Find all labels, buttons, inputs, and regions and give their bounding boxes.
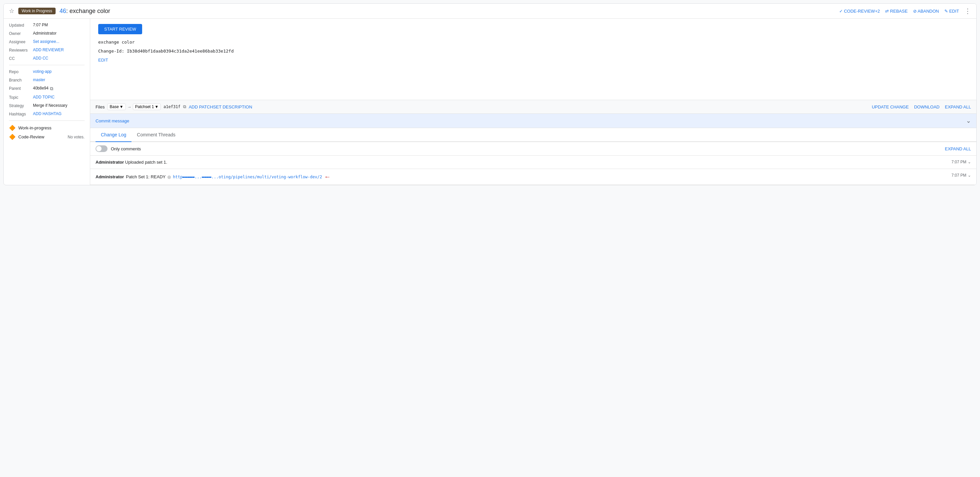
owner-value: Administrator xyxy=(33,31,57,36)
code-review-votes: No votes. xyxy=(68,135,84,139)
sidebar-topic: Topic ADD TOPIC xyxy=(9,95,84,100)
red-arrow-icon: ← xyxy=(324,173,331,181)
header-actions: ✓ CODE-REVIEW+2 ⇄ REBASE ⊘ ABANDON ✎ EDI… xyxy=(839,7,971,15)
repo-link[interactable]: voting-app xyxy=(33,69,52,74)
log-expand-all-link[interactable]: EXPAND ALL xyxy=(945,146,971,151)
updated-value: 7:07 PM xyxy=(33,23,48,27)
files-actions: UPDATE CHANGE DOWNLOAD EXPAND ALL xyxy=(872,105,971,109)
sidebar-repo: Repo voting-app xyxy=(9,69,84,74)
label-code-review: 🔶 Code-Review No votes. xyxy=(9,134,84,140)
start-review-button[interactable]: START REVIEW xyxy=(98,24,142,34)
updated-label: Updated xyxy=(9,23,33,28)
sidebar-assignee: Assignee Set assignee... xyxy=(9,39,84,44)
files-title: Files xyxy=(95,105,105,109)
add-patchset-desc-link[interactable]: ADD PATCHSET DESCRIPTION xyxy=(189,105,252,109)
commit-message-link[interactable]: Commit message xyxy=(95,119,129,124)
activity-row-2: Administrator Patch Set 1: READY ◎ http▬… xyxy=(90,169,976,185)
change-title: 46: exchange color xyxy=(60,8,110,15)
code-review-label-name: Code-Review xyxy=(18,135,44,139)
patchset-arrow-icon: → xyxy=(127,105,132,109)
only-comments-row: Only comments EXPAND ALL xyxy=(90,142,976,156)
sidebar-strategy: Strategy Merge if Necessary xyxy=(9,103,84,108)
edit-button[interactable]: ✎ EDIT xyxy=(944,9,959,14)
only-comments-toggle[interactable] xyxy=(95,145,108,152)
sidebar-branch: Branch master xyxy=(9,78,84,82)
sidebar-cc: CC ADD CC xyxy=(9,56,84,61)
activity-text-2: Patch Set 1: READY xyxy=(126,174,165,179)
strategy-value: Merge if Necessary xyxy=(33,103,67,108)
parent-label: Parent xyxy=(9,86,33,91)
star-icon[interactable]: ☆ xyxy=(9,7,14,15)
more-options-icon[interactable]: ⋮ xyxy=(964,7,971,15)
cc-label: CC xyxy=(9,56,33,61)
base-patchset-btn[interactable]: Base ▼ xyxy=(107,103,126,110)
activity-row-1: Administrator Uploaded patch set 1. 7:07… xyxy=(90,156,976,169)
change-number-link[interactable]: 46 xyxy=(60,8,66,14)
copy-hash-icon[interactable]: ⧉ xyxy=(183,104,186,109)
strategy-label: Strategy xyxy=(9,103,33,108)
sidebar: Updated 7:07 PM Owner Administrator Assi… xyxy=(4,19,90,185)
activity-content-2: Administrator Patch Set 1: READY ◎ http▬… xyxy=(95,173,951,181)
owner-label: Owner xyxy=(9,31,33,36)
tabs-row: Change Log Comment Threads xyxy=(90,128,976,142)
hash-value: a1ef31f xyxy=(164,105,180,109)
page-header: ☆ Work in Progress 46: exchange color ✓ … xyxy=(4,4,976,19)
ready-icon: ◎ xyxy=(167,174,171,179)
assignee-label: Assignee xyxy=(9,39,33,44)
copy-parent-icon[interactable]: ⧉ xyxy=(50,86,53,92)
download-link[interactable]: DOWNLOAD xyxy=(914,105,940,109)
chevron-down-icon: ⌄ xyxy=(966,117,971,124)
activity-time-1: 7:07 PM ⌄ xyxy=(951,160,971,164)
right-panel: START REVIEW exchange color Change-Id: I… xyxy=(90,19,976,185)
sidebar-parent: Parent 40b8e94 ⧉ xyxy=(9,86,84,92)
hashtags-label: Hashtags xyxy=(9,111,33,116)
commit-subject: exchange color xyxy=(98,40,968,44)
patchset-selector: Base ▼ → Patchset 1 ▼ xyxy=(107,103,161,110)
change-id-line: Change-Id: Ib38d40bf1daab0394c31da2e41ee… xyxy=(98,49,968,54)
activity-time-2: 7:07 PM ⌄ xyxy=(951,173,971,177)
abandon-button[interactable]: ⊘ ABANDON xyxy=(913,9,939,14)
files-header: Files Base ▼ → Patchset 1 ▼ a1ef31f ⧉ xyxy=(90,100,976,114)
branch-link[interactable]: master xyxy=(33,78,45,82)
sidebar-divider-2 xyxy=(9,120,84,121)
pipeline-link[interactable]: http▬▬▬▬▬...▬▬▬▬...oting/pipelines/multi… xyxy=(173,174,322,179)
parent-value: 40b8e94 xyxy=(33,86,49,90)
tab-comment-threads[interactable]: Comment Threads xyxy=(132,128,181,142)
wip-label-icon: 🔶 xyxy=(9,125,16,131)
sidebar-divider-1 xyxy=(9,65,84,65)
activity-content-1: Administrator Uploaded patch set 1. xyxy=(95,160,951,165)
wip-label-name: Work-in-progress xyxy=(18,125,51,130)
repo-label: Repo xyxy=(9,69,33,74)
code-review-label-icon: 🔶 xyxy=(9,134,16,140)
edit-description-link[interactable]: EDIT xyxy=(98,57,108,63)
add-topic-link[interactable]: ADD TOPIC xyxy=(33,95,55,100)
expand-all-link[interactable]: EXPAND ALL xyxy=(945,105,971,109)
only-comments-label: Only comments xyxy=(111,146,141,151)
sidebar-reviewers: Reviewers ADD REVIEWER xyxy=(9,48,84,52)
pipeline-row: Administrator Patch Set 1: READY ◎ http▬… xyxy=(95,173,951,181)
patchset-1-btn[interactable]: Patchset 1 ▼ xyxy=(133,103,161,110)
add-hashtag-link[interactable]: ADD HASHTAG xyxy=(33,111,62,116)
label-wip: 🔶 Work-in-progress xyxy=(9,125,84,131)
set-assignee-link[interactable]: Set assignee... xyxy=(33,39,59,44)
sidebar-owner: Owner Administrator xyxy=(9,31,84,36)
expand-icon-1[interactable]: ⌄ xyxy=(968,160,971,164)
reviewers-label: Reviewers xyxy=(9,48,33,52)
branch-label: Branch xyxy=(9,78,33,82)
topic-label: Topic xyxy=(9,95,33,100)
change-detail: START REVIEW exchange color Change-Id: I… xyxy=(90,19,976,100)
commit-message-row[interactable]: Commit message ⌄ xyxy=(90,114,976,128)
sidebar-hashtags: Hashtags ADD HASHTAG xyxy=(9,111,84,116)
tab-change-log[interactable]: Change Log xyxy=(95,128,132,142)
add-cc-link[interactable]: ADD CC xyxy=(33,56,48,60)
activity-user-1: Administrator xyxy=(95,160,124,165)
expand-icon-2[interactable]: ⌄ xyxy=(968,173,971,177)
activity-user-2: Administrator xyxy=(95,174,124,179)
update-change-link[interactable]: UPDATE CHANGE xyxy=(872,105,909,109)
code-review-button[interactable]: ✓ CODE-REVIEW+2 xyxy=(839,9,880,14)
add-reviewer-link[interactable]: ADD REVIEWER xyxy=(33,48,64,52)
rebase-button[interactable]: ⇄ REBASE xyxy=(885,9,907,14)
main-content: Updated 7:07 PM Owner Administrator Assi… xyxy=(4,19,976,185)
wip-badge: Work in Progress xyxy=(18,8,56,14)
activity-text-1: Uploaded patch set 1. xyxy=(125,160,167,165)
